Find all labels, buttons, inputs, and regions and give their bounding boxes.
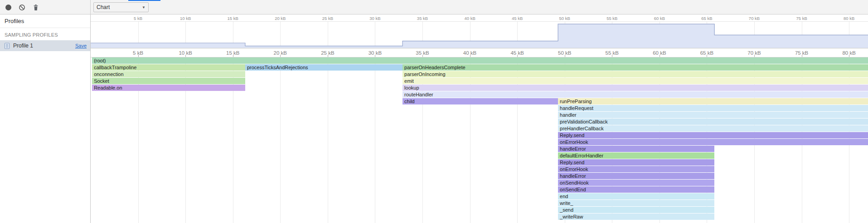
flame-bar[interactable]: Reply.send: [558, 132, 868, 138]
axis-tick-mark: [707, 55, 707, 57]
flame-chart-panel: 5 kB10 kB15 kB20 kB25 kB30 kB35 kB40 kB4…: [91, 14, 868, 223]
axis-tick-mark: [138, 55, 139, 57]
flame-bar[interactable]: preValidationCallback: [558, 119, 868, 125]
profiles-sidebar: Profiles SAMPLING PROFILES Profile 1 Sav…: [0, 14, 91, 223]
flame-bar[interactable]: Reply.send: [558, 159, 714, 166]
flame-row: handleError: [91, 146, 868, 152]
flame-bar[interactable]: lookup: [402, 85, 868, 91]
flame-row: Readable.onlookup: [91, 85, 868, 91]
axis-tick-label: 10 kB: [180, 16, 191, 21]
axis-tick-label: 45 kB: [512, 16, 523, 21]
flame-bar[interactable]: _writeRaw: [558, 214, 714, 220]
flame-row: onSendEnd: [91, 186, 868, 193]
axis-tick-mark: [328, 55, 328, 57]
toolbar-separator: [90, 0, 91, 14]
axis-tick-mark: [517, 55, 518, 57]
flame-bar[interactable]: onSendHook: [558, 180, 714, 186]
flame-row: handleError: [91, 173, 868, 180]
axis-tick-label: 20 kB: [275, 16, 286, 21]
chart-view-select[interactable]: Chart ▼: [93, 2, 149, 12]
axis-tick-label: 40 kB: [464, 16, 475, 21]
axis-tick-label: 25 kB: [322, 16, 333, 21]
flame-row: write_: [91, 200, 868, 207]
profile-icon: [4, 43, 10, 49]
flame-bar[interactable]: processTicksAndRejections: [245, 64, 402, 71]
axis-tick-label: 60 kB: [654, 16, 665, 21]
profile-name: Profile 1: [13, 43, 33, 49]
flame-bar[interactable]: (root): [92, 57, 868, 64]
flame-bar[interactable]: onSendEnd: [558, 186, 714, 193]
flame-bar[interactable]: onErrorHook: [558, 166, 714, 172]
flame-row: defaultErrorHandler: [91, 152, 868, 159]
flame-row: _writeRaw: [91, 214, 868, 220]
clear-icon: [19, 4, 25, 11]
axis-tick-label: 35 kB: [417, 16, 428, 21]
axis-tick-mark: [565, 55, 565, 57]
flame-bar[interactable]: _send: [558, 207, 714, 213]
flame-row: routeHandler: [91, 91, 868, 98]
overview-ruler: 5 kB10 kB15 kB20 kB25 kB30 kB35 kB40 kB4…: [91, 14, 868, 22]
flame-row: Reply.send: [91, 132, 868, 139]
flame-bar[interactable]: parserOnIncoming: [402, 71, 868, 77]
flame-row: Socketemit: [91, 78, 868, 85]
axis-tick-mark: [754, 55, 755, 57]
flame-bar[interactable]: handleError: [558, 146, 714, 152]
flame-row: onSendHook: [91, 180, 868, 186]
flame-bar[interactable]: runPreParsing: [558, 98, 868, 104]
flame-bar[interactable]: preHandlerCallback: [558, 125, 868, 132]
flame-bar[interactable]: handleRequest: [558, 105, 868, 111]
flame-row: callbackTrampolineprocessTicksAndRejecti…: [91, 64, 868, 71]
flame-bar[interactable]: routeHandler: [402, 91, 868, 98]
flame-row: onconnectionparserOnIncoming: [91, 71, 868, 78]
flame-chart: (root)callbackTrampolineprocessTicksAndR…: [91, 57, 868, 223]
profile-item[interactable]: Profile 1 Save: [0, 40, 90, 51]
axis-tick-mark: [375, 55, 375, 57]
flame-row: preHandlerCallback: [91, 125, 868, 132]
flame-ruler: 5 kB10 kB15 kB20 kB25 kB30 kB35 kB40 kB4…: [91, 48, 868, 57]
chevron-down-icon: ▼: [142, 5, 145, 9]
axis-tick-mark: [422, 55, 423, 57]
overview-fill: [91, 24, 868, 48]
flame-bar[interactable]: parserOnHeadersComplete: [402, 64, 868, 71]
clear-button[interactable]: [16, 1, 28, 13]
flame-bar[interactable]: handleError: [558, 173, 714, 179]
delete-profile-button[interactable]: [30, 1, 42, 13]
axis-tick-mark: [280, 55, 281, 57]
allocation-overview[interactable]: [91, 22, 868, 48]
flame-bar[interactable]: onErrorHook: [558, 139, 868, 145]
axis-tick-mark: [802, 55, 802, 57]
axis-tick-label: 50 kB: [559, 16, 570, 21]
flame-bar[interactable]: onconnection: [92, 71, 245, 77]
flame-bar[interactable]: write_: [558, 200, 714, 206]
overview-area-chart[interactable]: [91, 22, 868, 48]
axis-tick-mark: [612, 55, 612, 57]
save-link[interactable]: Save: [75, 43, 87, 48]
axis-tick-mark: [185, 55, 186, 57]
flame-bar[interactable]: end: [558, 193, 714, 199]
flame-row: handleRequest: [91, 105, 868, 112]
profiles-header: Profiles: [0, 14, 90, 28]
flame-bar[interactable]: Socket: [92, 78, 245, 84]
flame-row: Reply.send: [91, 159, 868, 166]
axis-tick-mark: [659, 55, 660, 57]
sampling-profiles-section-label: SAMPLING PROFILES: [0, 28, 90, 40]
flame-bar[interactable]: child: [402, 98, 558, 104]
record-button[interactable]: [2, 1, 14, 13]
record-icon: [5, 5, 11, 10]
axis-tick-mark: [470, 55, 470, 57]
tab-accent-line: [128, 0, 160, 1]
flame-row: handler: [91, 112, 868, 119]
axis-tick-label: 70 kB: [749, 16, 760, 21]
flame-bar[interactable]: emit: [402, 78, 868, 84]
axis-tick-label: 5 kB: [134, 16, 142, 21]
memory-profiler-panel: Chart ▼ Profiles SAMPLING PROFILES Profi…: [0, 0, 868, 223]
flame-row: preValidationCallback: [91, 119, 868, 125]
flame-bar[interactable]: Readable.on: [92, 85, 245, 91]
flame-row: _send: [91, 207, 868, 214]
axis-tick-mark: [233, 55, 233, 57]
axis-tick-label: 30 kB: [369, 16, 380, 21]
flame-bar[interactable]: callbackTrampoline: [92, 64, 245, 71]
flame-bar[interactable]: handler: [558, 112, 868, 118]
axis-tick-label: 75 kB: [796, 16, 807, 21]
flame-bar[interactable]: defaultErrorHandler: [558, 152, 714, 159]
